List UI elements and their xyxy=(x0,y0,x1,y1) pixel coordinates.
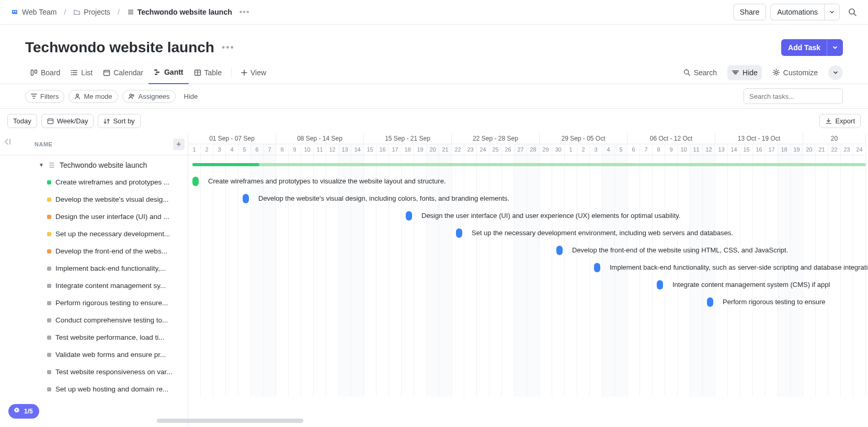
task-row[interactable]: Design the user interface (UI) and ... xyxy=(4,208,184,225)
tab-list[interactable]: List xyxy=(65,61,98,84)
view-sep xyxy=(231,67,232,78)
svg-rect-9 xyxy=(104,70,110,75)
automations-dropdown[interactable] xyxy=(824,4,840,20)
add-column-button[interactable]: + xyxy=(173,139,185,150)
gantt-week-header: 01 Sep - 07 Sep xyxy=(188,133,276,144)
gantt-day-header: 26 xyxy=(502,144,515,155)
zoom-button[interactable]: Week/Day xyxy=(41,114,94,128)
gantt-task-row: Develop the front-end of the website usi… xyxy=(188,241,866,259)
more-icon[interactable]: ••• xyxy=(239,7,250,17)
task-row[interactable]: Develop the front-end of the webs... xyxy=(4,243,184,260)
gantt-day-header: 20 xyxy=(427,144,439,155)
gantt-day-header: 12 xyxy=(703,144,715,155)
status-dot xyxy=(47,249,51,253)
gantt-task-label: Integrate content management system (CMS… xyxy=(672,281,830,288)
task-row-label: Develop the front-end of the webs... xyxy=(55,247,167,255)
automations-button[interactable]: Automations xyxy=(770,4,824,20)
gantt-day-header: 15 xyxy=(364,144,376,155)
gantt-task-bar[interactable] xyxy=(594,263,600,272)
task-row[interactable]: Create wireframes and prototypes ... xyxy=(4,174,184,191)
tab-gantt[interactable]: Gantt xyxy=(149,61,189,84)
today-button[interactable]: Today xyxy=(7,114,37,128)
gantt-task-label: Create wireframes and prototypes to visu… xyxy=(208,177,446,185)
hide-link[interactable]: Hide xyxy=(180,90,202,102)
gantt-day-header: 3 xyxy=(590,144,602,155)
task-row-label: Integrate content management sy... xyxy=(55,282,166,290)
tool-search[interactable]: Search xyxy=(679,65,721,80)
expand-button[interactable] xyxy=(828,65,843,80)
task-row[interactable]: Test website performance, load ti... xyxy=(4,329,184,346)
share-button[interactable]: Share xyxy=(733,4,766,20)
task-row-label: Design the user interface (UI) and ... xyxy=(55,213,169,221)
gantt-task-bar[interactable] xyxy=(556,246,563,255)
gantt-day-header: 24 xyxy=(853,144,866,155)
gantt-task-row: Develop the website's visual design, inc… xyxy=(188,190,866,207)
task-row[interactable]: Conduct comprehensive testing to... xyxy=(4,311,184,329)
task-row[interactable]: Set up the necessary development... xyxy=(4,225,184,243)
svg-point-6 xyxy=(71,70,72,71)
me-mode-chip[interactable]: Me mode xyxy=(68,90,118,103)
global-search-button[interactable] xyxy=(844,4,861,20)
doc-icon xyxy=(48,161,55,169)
add-task-dropdown[interactable] xyxy=(827,39,843,56)
task-row[interactable]: Implement back-end functionality,... xyxy=(4,260,184,277)
search-tasks-input[interactable] xyxy=(744,88,843,104)
breadcrumb-projects[interactable]: Projects xyxy=(70,6,113,18)
onboarding-bubble[interactable]: 1/5 xyxy=(8,404,39,419)
task-row[interactable]: Set up web hosting and domain re... xyxy=(4,380,184,398)
gantt-task-bar[interactable] xyxy=(657,280,663,290)
gantt-day-header: 23 xyxy=(464,144,477,155)
task-group-root[interactable]: ▼ Techwondo website launch xyxy=(4,156,184,174)
gantt-day-header: 19 xyxy=(414,144,427,155)
gantt-task-bar[interactable] xyxy=(192,177,199,186)
gantt-day-header: 14 xyxy=(728,144,740,155)
gantt-task-bar[interactable] xyxy=(707,297,713,307)
svg-point-20 xyxy=(16,409,17,410)
gantt-task-bar[interactable] xyxy=(456,228,462,238)
filter-icon xyxy=(31,93,37,99)
sort-label: Sort by xyxy=(113,117,134,125)
tab-add-view[interactable]: View xyxy=(236,61,271,84)
gantt-chart[interactable]: 01 Sep - 07 Sep08 Sep - 14 Sep15 Sep - 2… xyxy=(188,133,868,427)
person-icon xyxy=(74,93,81,99)
task-row[interactable]: Perform rigorous testing to ensure... xyxy=(4,294,184,311)
gantt-group-range[interactable] xyxy=(192,163,866,166)
export-button[interactable]: Export xyxy=(819,114,861,128)
gantt-task-row: Set up the necessary development environ… xyxy=(188,224,866,241)
tab-calendar[interactable]: Calendar xyxy=(98,61,149,84)
breadcrumb-current[interactable]: Techwondo website launch xyxy=(124,6,235,18)
gantt-task-label: Develop the website's visual design, inc… xyxy=(258,194,509,202)
svg-rect-12 xyxy=(155,74,157,75)
task-row[interactable]: Validate web forms and ensure pr... xyxy=(4,346,184,363)
gantt-day-header: 24 xyxy=(477,144,489,155)
sort-button[interactable]: Sort by xyxy=(98,114,140,128)
task-row[interactable]: Develop the website's visual desig... xyxy=(4,191,184,208)
tab-table[interactable]: Table xyxy=(189,61,227,84)
gantt-task-bar[interactable] xyxy=(406,211,412,221)
task-row[interactable]: Integrate content management sy... xyxy=(4,277,184,294)
search-icon xyxy=(683,68,691,76)
gantt-task-row xyxy=(188,328,866,345)
task-row[interactable]: Test website responsiveness on var... xyxy=(4,363,184,380)
tool-search-label: Search xyxy=(694,68,717,77)
gantt-day-header: 12 xyxy=(326,144,339,155)
chevron-down-icon xyxy=(832,44,838,51)
list-icon xyxy=(127,8,134,16)
title-more-icon[interactable]: ••• xyxy=(222,42,235,53)
gantt-week-header: 22 Sep - 28 Sep xyxy=(452,133,540,144)
gantt-task-row: Integrate content management system (CMS… xyxy=(188,276,866,293)
filters-chip[interactable]: Filters xyxy=(25,90,64,103)
breadcrumb-team[interactable]: Web Team xyxy=(7,6,60,18)
team-icon xyxy=(10,8,19,16)
assignees-chip[interactable]: Assignees xyxy=(122,90,176,103)
tab-gantt-label: Gantt xyxy=(164,68,184,76)
add-task-button[interactable]: Add Task xyxy=(781,39,827,56)
tool-hide[interactable]: Hide xyxy=(727,65,762,80)
horizontal-scrollbar[interactable] xyxy=(157,419,303,423)
gantt-task-bar[interactable] xyxy=(243,194,249,203)
gantt-icon xyxy=(154,68,161,76)
tool-customize[interactable]: Customize xyxy=(768,65,822,80)
svg-point-17 xyxy=(130,94,132,96)
breadcrumb: Web Team / Projects / Techwondo website … xyxy=(7,6,250,18)
tab-board[interactable]: Board xyxy=(25,61,65,84)
